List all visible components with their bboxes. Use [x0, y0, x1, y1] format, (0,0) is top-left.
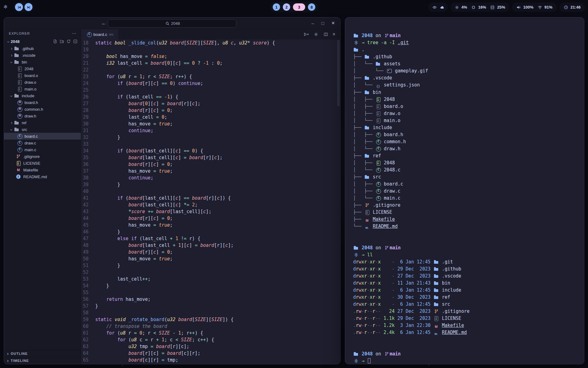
settings-icon[interactable] [313, 32, 318, 37]
explorer-item-2048[interactable]: 2048 [4, 65, 81, 72]
tab-board-c[interactable]: board.c src [81, 29, 119, 40]
code-line[interactable]: 57} [81, 303, 340, 309]
refresh-explorer-icon[interactable] [66, 39, 71, 44]
maximize-button[interactable]: □ [321, 21, 324, 26]
explorer-item-.github[interactable]: ›.github [4, 45, 81, 52]
code-line[interactable]: 60 // transpose the board [81, 323, 340, 330]
explorer-item-ref[interactable]: ›ref [4, 119, 81, 126]
collapse-folders-icon[interactable] [73, 39, 78, 44]
code-line[interactable]: 50 has_move = true; [81, 255, 340, 262]
code-line[interactable]: 36 board[r][c] = 0; [81, 161, 340, 168]
media-prev-button[interactable] [15, 3, 23, 11]
code-editor[interactable]: 18static bool _slide_col(u32 board[SIZE]… [81, 40, 340, 364]
code-line[interactable]: 24 if (board[r][c] == 0) continue; [81, 80, 340, 87]
code-line[interactable]: 27 board[0][c] = board[r][c]; [81, 100, 340, 107]
explorer-item-draw.h[interactable]: draw.h [4, 113, 81, 119]
code-line[interactable]: 43 *score += board[last_cell][c]; [81, 208, 340, 215]
explorer-root[interactable]: › 2048 [4, 38, 81, 45]
code-line[interactable]: 49 board[r][c] = 0; [81, 249, 340, 255]
code-line[interactable]: 28 board[r][c] = 0; [81, 107, 340, 114]
code-line[interactable]: 51 } [81, 262, 340, 269]
weather-widget[interactable] [428, 2, 448, 12]
explorer-item-main.c[interactable]: main.c [4, 146, 81, 153]
explorer-item-src[interactable]: ›src [4, 126, 81, 133]
code-line[interactable]: 30 has_move = true; [81, 121, 340, 127]
split-editor-icon[interactable] [323, 32, 328, 37]
explorer-item-draw.c[interactable]: draw.c [4, 140, 81, 146]
code-line[interactable]: 21 i32 last_cell = board[0][c] == 0 ? -1… [81, 60, 340, 67]
explorer-item-README.md[interactable]: README.md [4, 173, 81, 180]
code-line[interactable]: 52 [81, 269, 340, 276]
editor-titlebar[interactable]: ← → 2048 – □ × [4, 17, 340, 29]
code-line[interactable]: 44 board[r][c] = 0; [81, 215, 340, 222]
code-line[interactable]: 53 last_cell++; [81, 276, 340, 282]
command-center-search[interactable]: 2048 [108, 19, 236, 28]
workspace-2[interactable]: 2 [283, 3, 290, 11]
code-line[interactable]: 18static bool _slide_col(u32 board[SIZE]… [81, 40, 340, 46]
code-line[interactable]: 22 [81, 67, 340, 73]
code-line[interactable]: 55 [81, 289, 340, 296]
code-line[interactable]: 25 [81, 87, 340, 94]
explorer-item-LICENSE[interactable]: LICENSE [4, 160, 81, 167]
code-line[interactable]: 63 u32 tmp = board[r][c]; [81, 343, 340, 350]
launcher-logo-icon[interactable] [3, 5, 9, 10]
code-line[interactable]: 47 else if (last_cell + 1 != r) { [81, 235, 340, 242]
code-line[interactable]: 37 has_move = true; [81, 168, 340, 174]
code-line[interactable]: 39 } [81, 181, 340, 188]
new-folder-icon[interactable] [60, 39, 64, 44]
close-button[interactable]: × [331, 20, 335, 26]
code-line[interactable]: 38 continue; [81, 174, 340, 181]
outline-section[interactable]: › OUTLINE [4, 350, 81, 357]
workspace-3[interactable]: 3 [293, 3, 305, 11]
minimize-button[interactable]: – [311, 21, 314, 26]
explorer-more-icon[interactable]: ··· [72, 32, 77, 35]
audio-network[interactable]: 100% 91% [512, 2, 556, 12]
explorer-item-board.c[interactable]: board.c [4, 133, 81, 140]
run-button[interactable]: ▾ [302, 32, 309, 37]
explorer-item-include[interactable]: ›include [4, 92, 81, 99]
code-line[interactable]: 58 [81, 309, 340, 316]
code-line[interactable]: 20 bool has_move = false; [81, 53, 340, 60]
explorer-item-common.h[interactable]: common.h [4, 106, 81, 113]
code-line[interactable]: 59static void _rotate_board(u32 board[SI… [81, 316, 340, 323]
system-stats[interactable]: 4% 16% 25% [450, 2, 510, 12]
close-editor-icon[interactable]: × [333, 32, 335, 37]
explorer-item-board.h[interactable]: board.h [4, 99, 81, 106]
code-line[interactable]: 29 last_cell = 0; [81, 114, 340, 121]
code-line[interactable]: 26 if (last_cell == -1) { [81, 94, 340, 100]
code-line[interactable]: 41 if (board[last_cell][c] == board[r][c… [81, 195, 340, 201]
editor-scrollbar[interactable] [337, 40, 340, 106]
code-line[interactable]: 46 } [81, 228, 340, 235]
code-line[interactable]: 42 board[last_cell][c] *= 2; [81, 201, 340, 208]
code-line[interactable]: 48 board[last_cell + 1][c] = board[r][c]… [81, 242, 340, 249]
explorer-item-draw.o[interactable]: draw.o [4, 79, 81, 86]
code-line[interactable]: 35 board[last_cell][c] = board[r][c]; [81, 154, 340, 161]
code-line[interactable]: 23 for (u8 r = 1; r < SIZE; r++) { [81, 73, 340, 80]
explorer-item-board.o[interactable]: board.o [4, 72, 81, 79]
code-line[interactable]: 54 } [81, 282, 340, 289]
terminal-window[interactable]: 2048 on main → tree -a -I .git .├── .git… [345, 17, 584, 364]
new-file-icon[interactable] [53, 39, 58, 44]
media-next-button[interactable] [24, 3, 32, 11]
nav-back-icon[interactable]: ← [101, 21, 106, 26]
workspace-8[interactable]: 8 [308, 3, 315, 11]
explorer-item-Makefile[interactable]: MMakefile [4, 167, 81, 173]
explorer-item-main.o[interactable]: main.o [4, 86, 81, 92]
code-line[interactable]: 56 return has_move; [81, 296, 340, 303]
code-line[interactable]: 64 board[r][c] = board[c][r]; [81, 350, 340, 357]
explorer-item-.gitignore[interactable]: .gitignore [4, 153, 81, 160]
code-line[interactable]: 61 for (u8 r = 0; r < SIZE - 1; r++) { [81, 330, 340, 336]
clock-widget[interactable]: 21:46 [560, 2, 585, 12]
timeline-section[interactable]: › TIMELINE [4, 357, 81, 364]
explorer-item-bin[interactable]: ›bin [4, 59, 81, 65]
workspace-1[interactable]: 1 [273, 3, 280, 11]
explorer-item-.vscode[interactable]: ›.vscode [4, 52, 81, 59]
code-line[interactable]: 31 continue; [81, 127, 340, 134]
code-line[interactable]: 40 [81, 188, 340, 195]
code-line[interactable]: 32 } [81, 134, 340, 141]
code-line[interactable]: 34 if (board[last_cell][c] == 0) { [81, 148, 340, 154]
code-line[interactable]: 62 for (u8 c = r + 1; c < SIZE; c++) { [81, 336, 340, 343]
code-line[interactable]: 45 has_move = true; [81, 222, 340, 228]
code-line[interactable]: 19 [81, 46, 340, 53]
code-line[interactable]: 65 board[c][r] = tmp; [81, 357, 340, 363]
